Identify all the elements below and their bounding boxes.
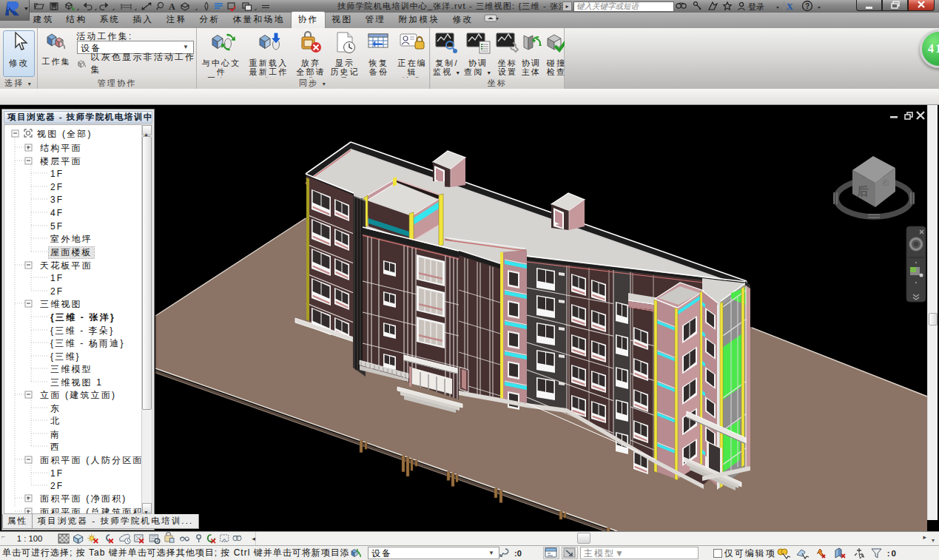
svg-text:登录: 登录 (748, 2, 764, 11)
svg-text:1 : 100: 1 : 100 (17, 534, 43, 543)
svg-text:右: 右 (882, 178, 889, 186)
svg-text:?: ? (805, 2, 810, 10)
svg-text:后: 后 (856, 185, 869, 198)
svg-text::0: :0 (514, 549, 522, 558)
svg-text:X: X (787, 1, 793, 12)
svg-text:A: A (169, 1, 175, 12)
